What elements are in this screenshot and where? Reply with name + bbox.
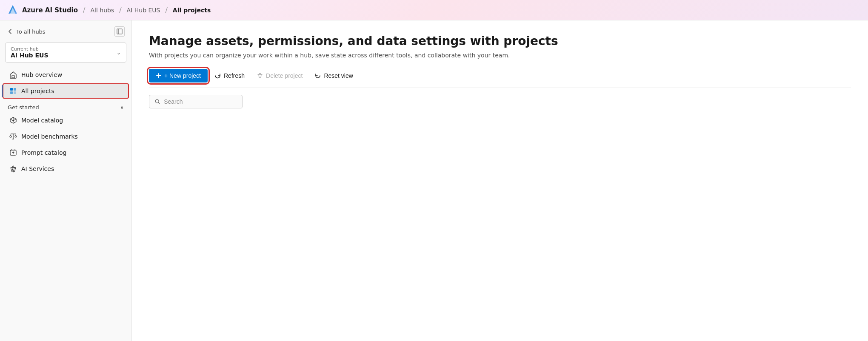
box-icon (9, 117, 17, 124)
top-navigation: Azure AI Studio / All hubs / AI Hub EUS … (0, 0, 868, 20)
main-layout: To all hubs Current hub AI Hub EUS ⌄ (0, 20, 868, 341)
breadcrumb-separator-3: / (165, 6, 167, 14)
sidebar-item-hub-overview[interactable]: Hub overview (3, 67, 129, 82)
toolbar: + New project Refresh Delete project (149, 69, 851, 88)
diamond-icon (9, 165, 17, 173)
sidebar-back-section: To all hubs (0, 20, 131, 41)
svg-rect-2 (12, 76, 14, 78)
sidebar: To all hubs Current hub AI Hub EUS ⌄ (0, 20, 132, 341)
page-title: Manage assets, permissions, and data set… (149, 34, 851, 48)
svg-rect-5 (10, 91, 13, 94)
sidebar-item-all-projects[interactable]: All projects (3, 83, 129, 99)
breadcrumb-all-hubs[interactable]: All hubs (90, 7, 114, 14)
sidebar-label-model-catalog: Model catalog (21, 117, 63, 124)
sidebar-label-hub-overview: Hub overview (21, 71, 62, 78)
sidebar-section-get-started[interactable]: Get started ∧ (0, 101, 131, 112)
hub-chevron-icon: ⌄ (117, 50, 121, 56)
sidebar-label-prompt-catalog: Prompt catalog (21, 149, 66, 156)
sidebar-item-model-catalog[interactable]: Model catalog (3, 113, 129, 128)
hub-selector-text: Current hub AI Hub EUS (11, 46, 49, 59)
sidebar-item-ai-services[interactable]: AI Services (3, 161, 129, 176)
svg-rect-0 (117, 29, 122, 34)
search-icon (154, 98, 160, 105)
azure-logo-icon (7, 4, 19, 16)
breadcrumb-separator-2: / (119, 6, 121, 14)
breadcrumb-ai-hub-eus[interactable]: AI Hub EUS (127, 7, 160, 14)
search-bar[interactable] (149, 95, 243, 108)
app-logo[interactable]: Azure AI Studio (7, 4, 78, 16)
delete-project-button[interactable]: Delete project (251, 69, 308, 82)
reset-icon (314, 72, 321, 79)
collapse-icon (117, 28, 123, 34)
refresh-button[interactable]: Refresh (209, 69, 250, 82)
back-to-all-hubs-link[interactable]: To all hubs (7, 28, 46, 35)
reset-view-button[interactable]: Reset view (309, 69, 358, 82)
page-subtitle: With projects you can organize your work… (149, 52, 851, 59)
content-area: Manage assets, permissions, and data set… (132, 20, 868, 341)
section-chevron-icon: ∧ (120, 105, 124, 111)
search-input[interactable] (164, 98, 237, 105)
sidebar-label-ai-services: AI Services (21, 165, 54, 172)
breadcrumb-separator-1: / (83, 6, 85, 14)
sidebar-item-prompt-catalog[interactable]: Prompt catalog (3, 145, 129, 160)
svg-rect-4 (14, 88, 16, 91)
sidebar-label-model-benchmarks: Model benchmarks (21, 133, 78, 140)
grid-icon (9, 87, 17, 95)
home-icon (9, 71, 17, 79)
back-arrow-icon (7, 28, 14, 35)
prompt-icon (9, 149, 17, 156)
sidebar-item-model-benchmarks[interactable]: Model benchmarks (3, 129, 129, 144)
collapse-sidebar-button[interactable] (114, 26, 125, 37)
plus-icon (156, 73, 162, 79)
trash-icon (257, 72, 263, 79)
svg-rect-6 (14, 91, 16, 94)
hub-selector[interactable]: Current hub AI Hub EUS ⌄ (5, 43, 126, 63)
scale-icon (9, 133, 17, 140)
refresh-icon (214, 72, 221, 79)
svg-rect-3 (10, 88, 13, 91)
new-project-button[interactable]: + New project (149, 69, 208, 82)
breadcrumb-all-projects: All projects (173, 7, 211, 14)
sidebar-label-all-projects: All projects (21, 88, 54, 94)
svg-line-16 (158, 102, 160, 104)
